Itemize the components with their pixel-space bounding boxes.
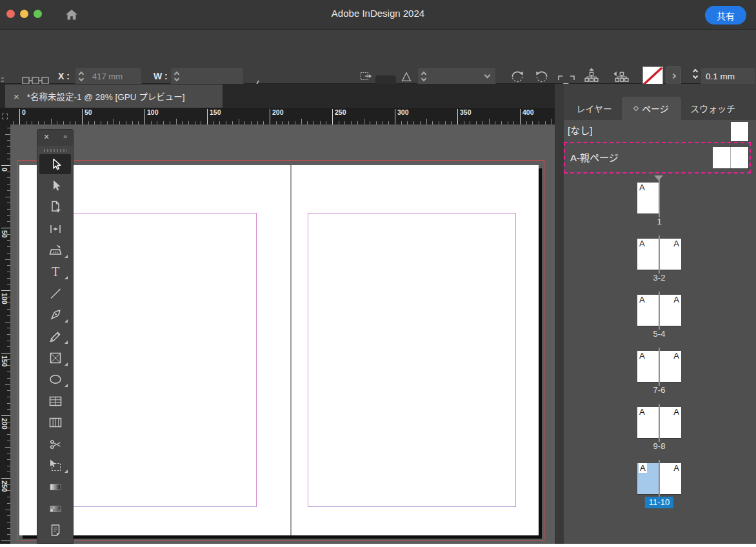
horizontal-ruler[interactable]: 050100150200250300350400 — [10, 108, 555, 124]
free-transform-tool[interactable] — [39, 455, 71, 475]
w-field[interactable] — [170, 67, 244, 85]
stepper-icon[interactable] — [175, 72, 181, 81]
master-parent-thumbnail[interactable] — [713, 147, 748, 168]
direct-selection-tool[interactable] — [39, 175, 71, 195]
ruler-label: 250 — [335, 108, 346, 116]
tab-layers[interactable]: レイヤー — [566, 97, 622, 120]
page-thumbnail[interactable]: A — [637, 407, 659, 438]
pen-tool[interactable] — [39, 305, 71, 325]
document-tab[interactable]: × *名称未設定-1 @ 28% [GPU プレビュー] — [5, 85, 223, 108]
spread-label[interactable]: 11-10 — [645, 497, 673, 508]
rotate-ccw-button[interactable] — [533, 68, 551, 86]
page-thumbnail[interactable]: A — [637, 463, 659, 494]
page-tool[interactable] — [39, 197, 71, 217]
vertical-ruler[interactable]: 050100150200250 — [0, 124, 10, 544]
ruler-label: 100 — [1, 293, 8, 304]
page-thumbnail[interactable]: A — [637, 351, 659, 382]
vertical-grid-tool[interactable] — [39, 413, 71, 433]
master-none-row[interactable]: [なし] — [568, 121, 592, 141]
horizontal-grid-tool[interactable] — [39, 391, 71, 411]
parent-page-letter: A — [639, 295, 645, 304]
panel-cycle-icon — [633, 106, 639, 111]
document-tab-bar: × *名称未設定-1 @ 28% [GPU プレビュー] — [0, 84, 555, 108]
spread-label[interactable]: 9-8 — [653, 441, 666, 452]
spread-label[interactable]: 5-4 — [653, 328, 666, 340]
x-field-label: X : — [58, 67, 70, 85]
free-transform-tool-icon — [48, 458, 63, 473]
ellipse-tool-icon — [48, 372, 63, 387]
page-thumbnail[interactable]: A — [660, 407, 681, 438]
page-thumbnail[interactable]: A — [637, 295, 659, 326]
parent-page-letter: A — [639, 407, 645, 417]
ellipse-tool[interactable] — [39, 370, 71, 390]
ruler-origin-corner[interactable] — [0, 108, 10, 124]
spread-label[interactable]: 7-6 — [653, 384, 666, 396]
parent-page-letter: A — [673, 295, 679, 304]
note-tool[interactable] — [39, 521, 71, 541]
pencil-tool[interactable] — [39, 326, 71, 346]
spread-label[interactable]: 3-2 — [653, 272, 666, 284]
master-none-thumbnail[interactable] — [731, 122, 748, 141]
scissors-tool[interactable] — [39, 434, 71, 454]
stroke-options-button[interactable] — [666, 66, 681, 86]
document-tab-title: *名称未設定-1 @ 28% [GPU プレビュー] — [27, 90, 185, 103]
parent-page-letter: A — [673, 463, 679, 473]
ruler-label: 300 — [397, 108, 409, 116]
page-thumbnail[interactable]: A — [637, 183, 659, 214]
gradient-tool[interactable] — [39, 477, 71, 497]
app-title: Adobe InDesign 2024 — [0, 8, 756, 19]
parent-page-letter: A — [639, 239, 645, 248]
ruler-label: 50 — [1, 230, 8, 238]
page-thumbnail[interactable]: A — [660, 463, 681, 494]
scale-x-icon — [358, 69, 373, 83]
drag-grip-icon[interactable] — [44, 149, 67, 152]
margin-guide-left-page — [43, 213, 257, 507]
ruler-label: 150 — [1, 355, 8, 367]
content-collector-tool[interactable] — [39, 241, 71, 261]
share-button[interactable]: 共有 — [705, 6, 746, 25]
stepper-icon[interactable] — [79, 72, 86, 81]
tools-panel-header[interactable]: × » — [37, 130, 73, 146]
line-tool[interactable] — [39, 283, 71, 303]
ruler-label: 100 — [147, 108, 159, 116]
rotate-cw-button[interactable] — [508, 68, 526, 86]
control-bar: X : 417 mm W : Y : 34 mm H : P — [0, 29, 756, 84]
document-canvas[interactable] — [10, 124, 555, 544]
stroke-weight-field[interactable]: 0.1 mm — [701, 67, 756, 85]
page-thumbnail[interactable]: A — [660, 239, 681, 270]
x-field[interactable]: 417 mm — [75, 67, 142, 85]
selection-tool-icon — [48, 157, 63, 172]
tab-swatches[interactable]: スウォッチ — [681, 97, 756, 120]
gap-tool[interactable] — [39, 219, 71, 239]
close-icon[interactable]: × — [44, 132, 49, 142]
stroke-weight-stepper[interactable] — [693, 70, 700, 78]
gradient-feather-tool[interactable] — [39, 499, 71, 519]
rectangle-frame-tool[interactable] — [39, 348, 71, 368]
page-thumbnail[interactable]: A — [637, 239, 659, 270]
rotation-angle-field[interactable] — [417, 67, 496, 85]
type-tool[interactable]: T — [39, 262, 71, 282]
spread-label[interactable]: 1 — [657, 216, 661, 228]
selection-tool[interactable] — [39, 154, 71, 174]
stroke-color-well[interactable] — [642, 66, 663, 86]
spread-spine — [290, 165, 292, 535]
close-document-icon[interactable]: × — [14, 91, 19, 102]
select-previous-object-icon[interactable] — [612, 67, 632, 85]
master-parent-row-drop-highlight[interactable]: A-親ページ — [564, 142, 751, 174]
pages-panel: [なし] A-親ページ A1AA3-2AA5-4AA7-6AA9-8AA11-1… — [564, 120, 756, 544]
tab-pages[interactable]: ページ — [622, 97, 681, 120]
master-parent-row[interactable]: A-親ページ — [570, 143, 619, 172]
note-tool-icon — [48, 522, 63, 538]
page-thumbnail[interactable]: A — [660, 351, 681, 382]
dropdown-chevron-icon — [484, 72, 491, 79]
ruler-label: 250 — [1, 481, 8, 492]
page-thumbnail[interactable]: A — [660, 295, 681, 326]
parent-page-letter: A — [639, 351, 645, 361]
ruler-label: 0 — [22, 108, 26, 116]
select-parent-icon[interactable] — [582, 67, 601, 85]
stepper-icon[interactable] — [422, 72, 428, 81]
gradient-feather-tool-icon — [48, 501, 63, 517]
page-tool-icon — [48, 199, 63, 215]
expand-panel-icon[interactable]: » — [63, 132, 68, 140]
parent-page-letter: A — [673, 351, 679, 361]
